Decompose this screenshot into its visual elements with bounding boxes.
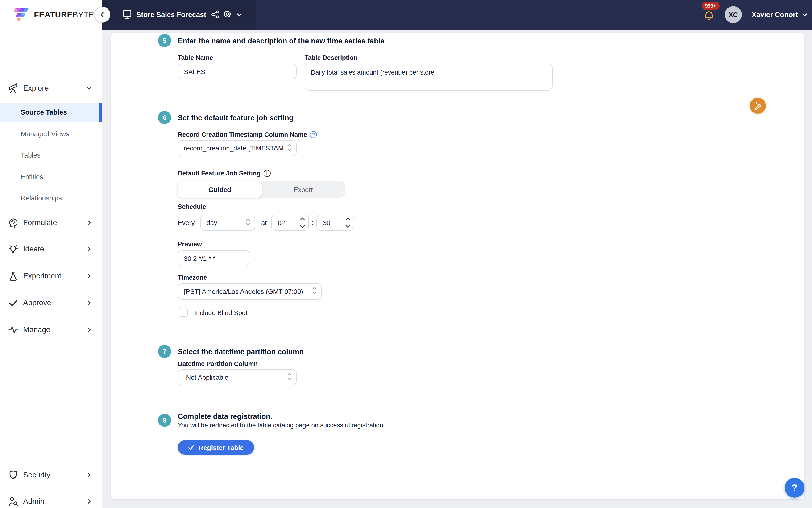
sidebar-item-label: Explore — [23, 84, 49, 92]
sidebar-collapse-button[interactable] — [94, 7, 110, 23]
sidebar-item-explore[interactable]: Explore — [0, 79, 102, 98]
sidebar-item-approve[interactable]: Approve — [0, 293, 102, 312]
sidebar-item-label: Formulate — [23, 218, 57, 227]
step-5-number: 5 — [158, 34, 171, 47]
datetime-partition-column-select[interactable]: -Not Applicable- — [178, 369, 297, 385]
sidebar-subitem-label: Relationships — [21, 194, 62, 202]
select-chevrons-icon — [245, 217, 251, 228]
help-button[interactable]: ? — [785, 478, 805, 498]
user-search-icon — [7, 496, 19, 507]
brand-byte: BYTE — [73, 10, 94, 19]
telescope-icon — [7, 83, 19, 94]
shield-check-icon — [7, 469, 19, 481]
help-circle-icon[interactable]: ? — [310, 131, 317, 138]
sidebar-item-manage[interactable]: Manage — [0, 320, 102, 339]
sidebar-item-relationships[interactable]: Relationships — [0, 189, 102, 208]
chevron-right-icon — [86, 472, 92, 478]
sidebar-subitem-label: Tables — [21, 152, 41, 159]
sidebar-item-admin[interactable]: Admin — [0, 492, 102, 508]
sidebar-subitem-label: Entities — [21, 173, 43, 181]
check-icon — [7, 297, 19, 308]
sidebar-subitem-label: Managed Views — [21, 130, 69, 138]
sidebar-item-ideate[interactable]: Ideate — [0, 240, 102, 258]
register-table-button[interactable]: Register Table — [178, 440, 254, 455]
chevron-down-icon — [86, 85, 92, 91]
lightbulb-icon — [7, 243, 19, 255]
chevron-left-icon — [99, 12, 105, 17]
settings-gear-icon[interactable] — [222, 9, 232, 19]
datetime-partition-column-label: Datetime Partition Column — [178, 361, 258, 368]
hour-increment-button[interactable] — [296, 215, 308, 222]
step-8-title: Complete data registration. — [178, 412, 272, 421]
share-icon[interactable] — [210, 9, 220, 19]
info-circle-icon[interactable]: i — [263, 170, 270, 177]
hour-decrement-button[interactable] — [296, 222, 308, 230]
tab-guided[interactable]: Guided — [178, 181, 262, 198]
minute-increment-button[interactable] — [342, 215, 354, 222]
minute-value[interactable]: 30 — [317, 215, 341, 230]
head-gear-icon — [7, 217, 19, 228]
sidebar-item-entities[interactable]: Entities — [0, 167, 102, 186]
table-name-input[interactable] — [178, 64, 297, 79]
record-creation-timestamp-select[interactable]: record_creation_date [TIMESTAMP — [178, 140, 297, 156]
chevron-right-icon — [86, 246, 92, 252]
default-feature-job-setting-label: Default Feature Job Setting i — [178, 170, 270, 177]
table-description-input[interactable]: Daily total sales amount (revenue) per s… — [305, 64, 553, 91]
include-blind-spot-label: Include Blind Spot — [194, 309, 247, 316]
sidebar-item-formulate[interactable]: Formulate — [0, 213, 102, 232]
active-item-accent-bar — [98, 103, 102, 122]
notification-bell-icon[interactable] — [704, 9, 714, 21]
sidebar-item-tables[interactable]: Tables — [0, 146, 102, 165]
user-name: Xavier Conort — [752, 10, 798, 18]
tab-expert[interactable]: Expert — [262, 181, 345, 198]
minute-decrement-button[interactable] — [342, 222, 354, 230]
at-label: at — [261, 219, 267, 226]
check-icon — [188, 444, 194, 451]
step-8-subtitle: You will be redirected to the table cata… — [178, 422, 385, 429]
avatar-initials: XC — [729, 11, 738, 18]
sidebar-subitem-label: Source Tables — [21, 109, 67, 116]
timezone-select[interactable]: [PST] America/Los Angeles (GMT-07:00) — [178, 284, 322, 299]
record-creation-timestamp-label: Record Creation Timestamp Column Name ? — [178, 131, 317, 138]
sidebar-item-label: Admin — [23, 497, 45, 506]
frequency-select[interactable]: day — [200, 215, 255, 231]
timezone-label: Timezone — [178, 274, 207, 281]
select-chevrons-icon — [312, 286, 317, 297]
sidebar-item-source-tables[interactable]: Source Tables — [0, 103, 102, 122]
include-blind-spot-checkbox[interactable] — [179, 308, 188, 317]
sidebar-item-label: Ideate — [23, 245, 44, 253]
activity-icon — [7, 324, 19, 335]
step-7-title: Select the datetime partition column — [178, 348, 304, 356]
hour-value[interactable]: 02 — [272, 215, 296, 230]
select-chevrons-icon — [287, 372, 292, 383]
page-title: Store Sales Forecast — [136, 10, 206, 18]
step-8-number: 8 — [158, 414, 171, 427]
help-question-mark: ? — [792, 482, 797, 493]
brand-logo-area[interactable]: FEATUREBYTE — [0, 0, 102, 30]
user-menu-chevron-down-icon[interactable] — [802, 12, 808, 18]
step-5-title: Enter the name and description of the ne… — [178, 37, 385, 45]
sidebar-item-security[interactable]: Security — [0, 466, 102, 484]
featurebyte-logo-icon — [13, 7, 29, 25]
step-6-title: Set the default feature job setting — [178, 114, 294, 122]
notification-count-badge: 999+ — [702, 2, 719, 10]
magic-wand-button[interactable] — [750, 98, 766, 114]
tab-chevron-down-icon[interactable] — [236, 12, 242, 18]
sidebar-item-managed-views[interactable]: Managed Views — [0, 125, 102, 143]
schedule-label: Schedule — [178, 203, 206, 210]
magic-wand-icon — [753, 101, 763, 111]
brand-wordmark: FEATUREBYTE — [34, 10, 94, 20]
chevron-right-icon — [86, 498, 92, 505]
chevron-right-icon — [86, 326, 92, 333]
sidebar-item-label: Approve — [23, 299, 51, 307]
cron-preview-input[interactable] — [178, 250, 251, 266]
sidebar-item-experiment[interactable]: Experiment — [0, 266, 102, 285]
select-chevrons-icon — [287, 142, 292, 154]
step-6-number: 6 — [158, 111, 171, 124]
table-name-label: Table Name — [178, 54, 213, 61]
sidebar-item-label: Experiment — [23, 272, 61, 280]
sidebar: Explore Source Tables Managed Views Tabl… — [0, 30, 102, 508]
time-separator: : — [312, 218, 314, 226]
avatar[interactable]: XC — [725, 6, 742, 23]
brand-feature: FEATURE — [34, 10, 73, 19]
